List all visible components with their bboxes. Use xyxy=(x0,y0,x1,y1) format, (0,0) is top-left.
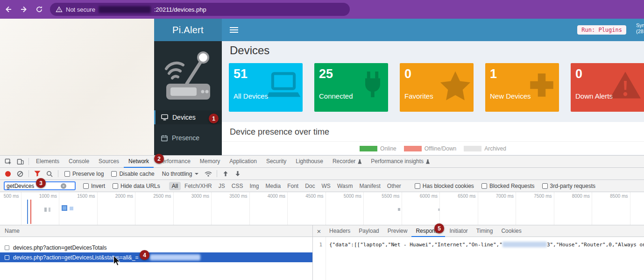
annotation-step-3: 3 xyxy=(36,178,46,188)
devtools-tab[interactable]: Application xyxy=(225,156,262,168)
warning-icon xyxy=(608,70,643,102)
filter-funnel-icon[interactable] xyxy=(31,171,43,177)
legend-label: Online xyxy=(380,145,396,152)
requests-name-header[interactable]: Name xyxy=(0,225,312,237)
devtools-tab-label: Lighthouse xyxy=(296,156,323,167)
experimental-flask-icon xyxy=(426,159,430,164)
checkbox-box xyxy=(113,183,118,189)
request-type-filter[interactable]: Wasm xyxy=(334,182,356,190)
plug-icon xyxy=(359,70,386,102)
detail-tab[interactable]: Initiator xyxy=(445,225,472,237)
checkbox-box xyxy=(542,183,548,189)
devtools-tab[interactable]: Elements xyxy=(31,156,64,168)
request-type-filter[interactable]: JS xyxy=(216,182,228,190)
forward-button[interactable] xyxy=(17,2,31,16)
network-filter-checkbox[interactable]: Blocked Requests xyxy=(481,183,535,189)
timeline-tick: 3500 ms xyxy=(212,192,250,225)
network-conditions-wifi-icon[interactable] xyxy=(202,171,214,177)
timeline-tick: 5500 ms xyxy=(364,192,402,225)
clear-filter-icon[interactable]: × xyxy=(61,183,66,189)
request-type-filter[interactable]: All xyxy=(169,182,181,190)
network-overview-timeline[interactable]: 500 ms1000 ms1500 ms2000 ms2500 ms3000 m… xyxy=(0,192,644,225)
card-connected[interactable]: 25 Connected xyxy=(314,63,388,112)
sidebar-item-presence[interactable]: Presence xyxy=(154,131,222,145)
devtools-tab[interactable]: Network xyxy=(124,156,154,168)
not-secure-label: Not secure xyxy=(66,6,95,13)
devtools-tab-label: Recorder xyxy=(333,156,355,167)
devtools-tab[interactable]: Performance insights xyxy=(366,156,434,168)
filter-text-field[interactable] xyxy=(7,183,59,189)
device-toolbar-icon[interactable] xyxy=(14,158,26,165)
request-type-filter[interactable]: Manifest xyxy=(356,182,383,190)
invert-checkbox[interactable]: Invert xyxy=(83,183,105,189)
extra-filter-checkboxes: Has blocked cookies Blocked Requests 3rd… xyxy=(411,183,599,189)
clear-network-log-icon[interactable] xyxy=(14,171,26,177)
timeline-tick: 6500 ms xyxy=(440,192,478,225)
sidebar-item-label: Devices xyxy=(172,114,196,121)
inspect-element-icon[interactable] xyxy=(2,158,14,165)
router-illustration xyxy=(154,44,222,105)
devtools-tab[interactable]: Recorder xyxy=(328,156,366,168)
card-down-alerts[interactable]: 0 Down Alerts xyxy=(571,63,644,112)
detail-tab[interactable]: Timing xyxy=(472,225,497,237)
request-type-filter[interactable]: Doc xyxy=(302,182,318,190)
redacted-host xyxy=(99,6,151,13)
timeline-tick: 8500 ms xyxy=(592,192,630,225)
pialert-logo[interactable]: Pi.Alert xyxy=(154,19,222,41)
top-navbar: Run: Plugins Sym (28, xyxy=(222,19,644,41)
throttling-select[interactable]: No throttling xyxy=(162,171,199,177)
plus-icon xyxy=(526,70,557,102)
request-type-filter[interactable]: Font xyxy=(284,182,301,190)
request-type-filter[interactable]: Other xyxy=(384,182,404,190)
response-viewer: 1 {"data":[["laptop","Net - Huawei","Int… xyxy=(313,237,644,280)
request-row[interactable]: devices.php?action=getDevicesTotals xyxy=(0,243,312,252)
network-filter-checkbox[interactable]: Has blocked cookies xyxy=(415,183,474,189)
hide-data-urls-checkbox[interactable]: Hide data URLs xyxy=(113,183,160,189)
pialert-app: Pi.Alert xyxy=(154,19,644,155)
run-plugins-button[interactable]: Run: Plugins xyxy=(577,25,626,35)
legend-label: Archived xyxy=(484,145,506,152)
network-panel-body: Name devices.php?action=getDevicesTotals… xyxy=(0,225,644,280)
reload-button[interactable] xyxy=(32,2,46,16)
address-bar[interactable]: Not secure :20211/devices.php xyxy=(50,3,350,16)
devtools-tab[interactable]: Sources xyxy=(94,156,124,168)
request-type-filter[interactable]: Media xyxy=(262,182,283,190)
import-har-icon[interactable] xyxy=(219,171,232,177)
devtools-tab-label: Sources xyxy=(99,156,119,167)
request-type-filter[interactable]: WS xyxy=(319,182,333,190)
devtools-tab-label: Elements xyxy=(36,156,59,167)
record-network-log-icon[interactable] xyxy=(2,171,14,177)
network-filter-checkbox[interactable]: 3rd-party requests xyxy=(542,183,595,189)
export-har-icon[interactable] xyxy=(232,171,244,177)
annotation-step-2: 2 xyxy=(154,154,164,164)
timeline-activity-mark xyxy=(398,208,400,211)
request-type-filter[interactable]: Img xyxy=(247,182,262,190)
devtools-tab[interactable]: Console xyxy=(64,156,94,168)
detail-tab[interactable]: Preview xyxy=(383,225,412,237)
url-text: :20211/devices.php xyxy=(154,6,206,13)
card-new-devices[interactable]: 1 New Devices xyxy=(485,63,559,112)
card-favorites[interactable]: 0 Favorites xyxy=(400,63,474,112)
sidebar-toggle-icon[interactable] xyxy=(230,26,238,34)
devtools-tab[interactable]: Memory xyxy=(195,156,225,168)
request-detail-panel: × Headers Payload Preview Response Initi… xyxy=(313,225,644,280)
close-icon[interactable]: × xyxy=(313,227,325,235)
detail-tab[interactable]: Payload xyxy=(354,225,383,237)
detail-tab[interactable]: Headers xyxy=(325,225,354,237)
timeline-activity-mark xyxy=(49,208,50,212)
search-icon[interactable] xyxy=(43,171,56,177)
timeline-tick: 7000 ms xyxy=(478,192,517,225)
request-row-selected[interactable]: devices.php?action=getDevicesList&status… xyxy=(0,252,312,262)
request-type-filter[interactable]: Fetch/XHR xyxy=(182,182,215,190)
devtools-tabbar: Elements Console Sources Network xyxy=(0,156,644,168)
disable-cache-checkbox[interactable]: Disable cache xyxy=(111,171,154,177)
preserve-log-checkbox[interactable]: Preserve log xyxy=(64,171,104,177)
request-type-filter[interactable]: CSS xyxy=(229,182,246,190)
back-button[interactable] xyxy=(1,2,15,16)
devtools-tab[interactable]: Security xyxy=(262,156,291,168)
card-all-devices[interactable]: 51 All Devices xyxy=(229,63,303,112)
timeline-tick: 2500 ms xyxy=(135,192,174,225)
timeline-tick: 4000 ms xyxy=(250,192,288,225)
devtools-tab[interactable]: Lighthouse xyxy=(291,156,328,168)
detail-tab[interactable]: Cookies xyxy=(497,225,525,237)
